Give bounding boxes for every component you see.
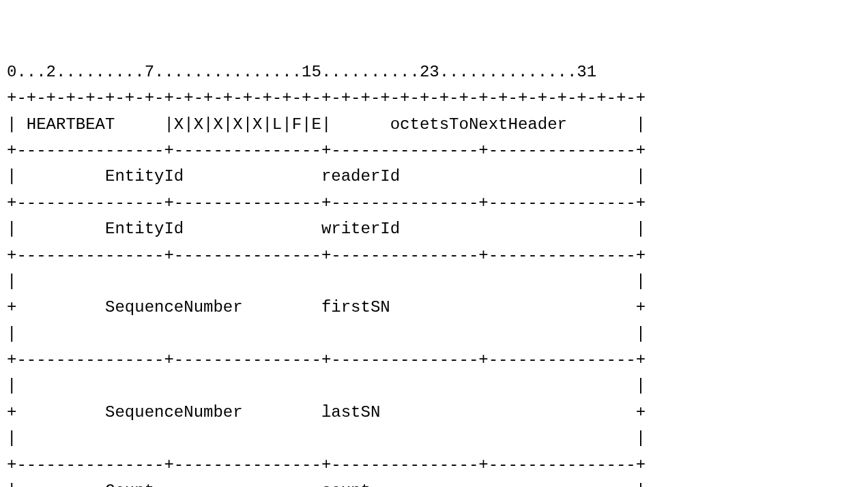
- writerid-row: | EntityId writerId |: [7, 220, 646, 238]
- separator: +---------------+---------------+-------…: [7, 246, 646, 265]
- separator: +---------------+---------------+-------…: [7, 456, 646, 474]
- count-row: | Count count |: [7, 482, 646, 487]
- lastsn-row-mid: + SequenceNumber lastSN +: [7, 403, 646, 422]
- header-row: | HEARTBEAT |X|X|X|X|X|L|F|E| octetsToNe…: [7, 115, 646, 134]
- separator: +---------------+---------------+-------…: [7, 194, 646, 212]
- separator: +---------------+---------------+-------…: [7, 351, 646, 369]
- readerid-row: | EntityId readerId |: [7, 167, 646, 186]
- lastsn-row-bot: | |: [7, 429, 646, 447]
- bit-ruler: 0...2.........7...............15........…: [7, 63, 596, 81]
- packet-diagram: 0...2.........7...............15........…: [7, 59, 861, 487]
- separator: +---------------+---------------+-------…: [7, 141, 646, 160]
- lastsn-row-top: | |: [7, 377, 646, 395]
- firstsn-row-top: | |: [7, 272, 646, 291]
- separator-top: +-+-+-+-+-+-+-+-+-+-+-+-+-+-+-+-+-+-+-+-…: [7, 89, 646, 107]
- firstsn-row-mid: + SequenceNumber firstSN +: [7, 298, 646, 316]
- firstsn-row-bot: | |: [7, 325, 646, 343]
